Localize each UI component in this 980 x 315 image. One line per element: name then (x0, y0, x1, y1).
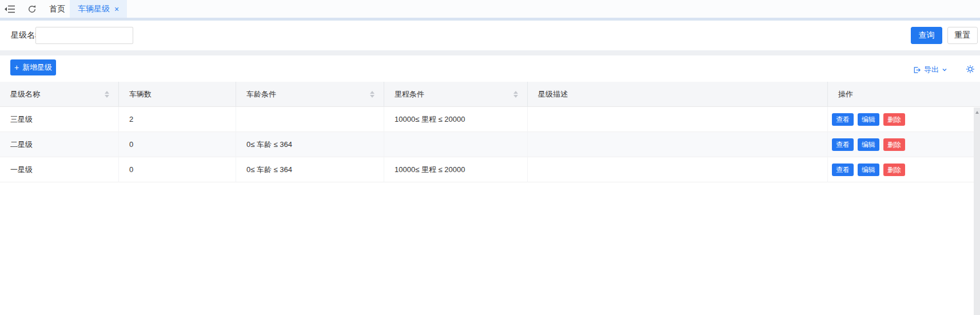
cell-actions: 查看 编辑 删除 (828, 157, 980, 182)
cell-description (528, 157, 828, 182)
cell-vehicle-count: 0 (119, 157, 236, 182)
table-header-row: 星级名称 车辆数 车龄条件 里程条件 星级描述 操作 (0, 82, 980, 107)
section-gap (0, 50, 980, 55)
col-header-star-name[interactable]: 星级名称 (0, 82, 119, 107)
refresh-icon[interactable] (26, 4, 38, 14)
tab-home[interactable]: 首页 (41, 0, 73, 18)
export-button[interactable]: 导出 (913, 64, 947, 75)
main-content: + 新增星级 导出 星级名称 车辆 (0, 55, 980, 315)
cell-description (528, 107, 828, 132)
cell-description (528, 132, 828, 157)
cell-star-name: 三星级 (0, 107, 119, 132)
sort-icon[interactable] (105, 91, 109, 98)
edit-button[interactable]: 编辑 (858, 113, 879, 126)
add-star-button[interactable]: + 新增星级 (10, 59, 56, 75)
sort-icon[interactable] (513, 91, 518, 98)
col-header-age-condition[interactable]: 车龄条件 (236, 82, 384, 107)
col-header-actions: 操作 (828, 82, 980, 107)
tab-home-label: 首页 (49, 4, 65, 14)
star-level-table: 星级名称 车辆数 车龄条件 里程条件 星级描述 操作 (0, 82, 980, 182)
cell-age-condition: 0≤ 车龄 ≤ 364 (236, 132, 384, 157)
column-settings-button[interactable] (965, 64, 975, 74)
cell-age-condition: 0≤ 车龄 ≤ 364 (236, 157, 384, 182)
tab-vehicle-star[interactable]: 车辆星级 × (70, 0, 127, 18)
cell-mileage-condition: 10000≤ 里程 ≤ 20000 (384, 107, 528, 132)
cell-actions: 查看 编辑 删除 (828, 132, 980, 157)
edit-button[interactable]: 编辑 (858, 164, 879, 176)
cell-actions: 查看 编辑 删除 (828, 107, 980, 132)
filter-section: 星级名称: 查询 重置 (0, 21, 980, 50)
add-star-label: 新增星级 (22, 62, 52, 73)
cell-star-name: 一星级 (0, 157, 119, 182)
chevron-down-icon (942, 67, 947, 73)
sort-icon[interactable] (370, 91, 375, 98)
table-row: 一星级 0 0≤ 车龄 ≤ 364 10000≤ 里程 ≤ 20000 查看 编… (0, 157, 980, 182)
plus-icon: + (14, 63, 19, 71)
edit-button[interactable]: 编辑 (858, 138, 879, 151)
query-button[interactable]: 查询 (911, 27, 942, 44)
delete-button[interactable]: 删除 (883, 113, 905, 126)
view-button[interactable]: 查看 (832, 113, 854, 126)
cell-age-condition (236, 107, 384, 132)
vertical-scrollbar[interactable] (974, 107, 980, 315)
star-name-input[interactable] (35, 27, 133, 44)
view-button[interactable]: 查看 (832, 164, 854, 176)
col-header-mileage-condition[interactable]: 里程条件 (384, 82, 528, 107)
col-header-description: 星级描述 (528, 82, 828, 107)
tab-close-icon[interactable]: × (114, 5, 119, 13)
scrollbar-up-arrow-icon[interactable] (975, 111, 979, 114)
col-header-vehicle-count: 车辆数 (119, 82, 236, 107)
gear-icon (966, 65, 975, 74)
menu-fold-icon[interactable] (4, 4, 15, 14)
cell-vehicle-count: 2 (119, 107, 236, 132)
tab-vehicle-star-label: 车辆星级 (78, 4, 110, 14)
export-icon (913, 66, 921, 74)
cell-mileage-condition (384, 132, 528, 157)
delete-button[interactable]: 删除 (883, 164, 905, 176)
cell-vehicle-count: 0 (119, 132, 236, 157)
cell-star-name: 二星级 (0, 132, 119, 157)
export-label: 导出 (924, 65, 939, 75)
reset-button[interactable]: 重置 (947, 27, 978, 44)
cell-mileage-condition: 10000≤ 里程 ≤ 20000 (384, 157, 528, 182)
top-tab-bar: 首页 车辆星级 × (0, 0, 980, 18)
view-button[interactable]: 查看 (832, 138, 854, 151)
table-row: 二星级 0 0≤ 车龄 ≤ 364 查看 编辑 删除 (0, 132, 980, 157)
delete-button[interactable]: 删除 (883, 138, 905, 151)
table-row: 三星级 2 10000≤ 里程 ≤ 20000 查看 编辑 删除 (0, 107, 980, 132)
